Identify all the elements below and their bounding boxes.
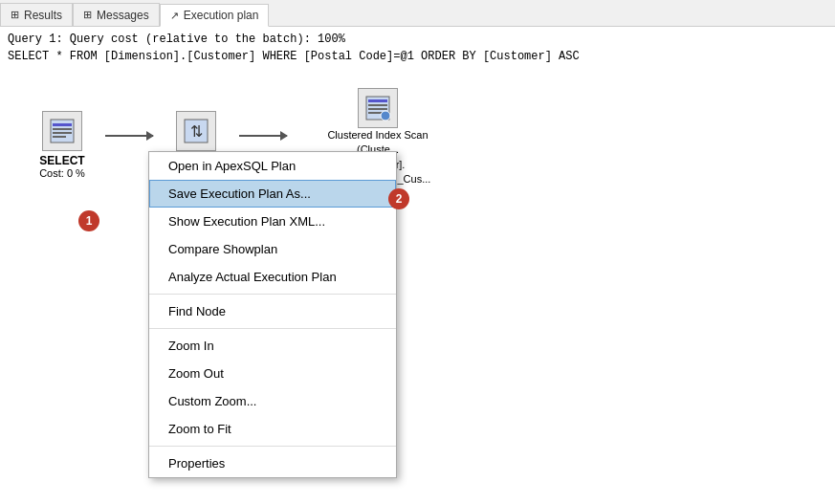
menu-find-node[interactable]: Find Node [149,297,396,325]
menu-separator-3 [149,446,396,447]
tab-results[interactable]: ⊞ Results [0,3,73,26]
select-icon [42,111,82,151]
sort-icon: ⇅ [176,111,216,151]
menu-save-plan[interactable]: Save Execution Plan As... [149,180,396,208]
svg-text:⇅: ⇅ [190,123,203,140]
svg-rect-4 [53,136,66,138]
tab-results-label: Results [24,9,62,22]
svg-rect-9 [368,104,387,106]
callout-2: 2 [388,188,409,209]
arrow-line-2 [239,135,287,137]
main-content: Query 1: Query cost (relative to the bat… [0,27,835,504]
tab-bar: ⊞ Results ⊞ Messages ↗ Execution plan [0,0,835,27]
svg-rect-3 [53,132,72,134]
svg-rect-1 [53,123,72,126]
results-icon: ⊞ [11,9,19,21]
plan-nodes: SELECT Cost: 0 % ⇅ Sort Cost: 48 % [19,88,816,202]
menu-zoom-to-fit[interactable]: Zoom to Fit [149,415,396,443]
arrow-select-sort [105,135,153,137]
menu-analyze-actual[interactable]: Analyze Actual Execution Plan [149,263,396,291]
svg-rect-0 [51,120,74,142]
query-line1: Query 1: Query cost (relative to the bat… [8,31,827,48]
arrow-sort-clustered [239,135,287,137]
svg-rect-8 [368,99,387,102]
clustered-icon [358,88,398,128]
node-select: SELECT Cost: 0 % [19,111,105,179]
arrow-line-1 [105,135,153,137]
tab-messages[interactable]: ⊞ Messages [73,3,160,26]
svg-rect-2 [53,128,72,130]
menu-open-apexsql[interactable]: Open in ApexSQL Plan [149,152,396,180]
execution-icon: ↗ [170,10,179,22]
svg-rect-10 [368,108,387,110]
menu-zoom-out[interactable]: Zoom Out [149,360,396,387]
query-line2: SELECT * FROM [Dimension].[Customer] WHE… [8,48,827,65]
plan-area: SELECT Cost: 0 % ⇅ Sort Cost: 48 % [0,69,835,211]
query-info: Query 1: Query cost (relative to the bat… [0,27,835,69]
menu-zoom-in[interactable]: Zoom In [149,332,396,360]
select-cost: Cost: 0 % [39,167,85,179]
menu-separator-2 [149,328,396,329]
svg-point-12 [381,111,390,121]
menu-custom-zoom[interactable]: Custom Zoom... [149,387,396,415]
messages-icon: ⊞ [83,9,92,21]
tab-execution-plan[interactable]: ↗ Execution plan [160,4,270,27]
callout-1: 1 [78,210,99,231]
menu-properties[interactable]: Properties [149,449,396,477]
menu-compare-showplan[interactable]: Compare Showplan [149,235,396,263]
menu-separator-1 [149,294,396,295]
menu-show-xml[interactable]: Show Execution Plan XML... [149,208,396,235]
select-label: SELECT [39,154,84,167]
tab-messages-label: Messages [97,9,149,22]
context-menu: Open in ApexSQL Plan Save Execution Plan… [148,151,397,478]
tab-execution-label: Execution plan [184,9,259,22]
svg-rect-11 [368,112,382,114]
